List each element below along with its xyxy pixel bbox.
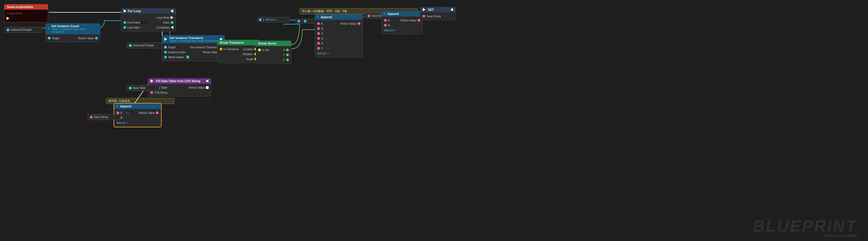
add-pin-1-right — [304, 20, 307, 23]
append-main-row-b: B — [315, 26, 363, 31]
append-bottom-return-pin — [156, 111, 159, 114]
instanced-people-middle-label: Instanced People — [133, 44, 154, 47]
for-loop-exec-in — [124, 9, 126, 13]
data-table-row: Data Table — [129, 87, 157, 90]
for-loop-row-last: Last Index Completed — [121, 25, 176, 30]
for-loop-exec-out — [170, 9, 173, 13]
append-d-label: D — [321, 37, 323, 40]
first-index-value[interactable]: 0 — [141, 21, 147, 25]
in-vec-label: In Vec — [262, 48, 270, 51]
set-save-string-pin — [423, 15, 425, 18]
get-instance-count-row-target: Target Return Value — [45, 36, 100, 41]
datatable-return-pin — [206, 86, 209, 89]
append-right-header: f Append — [381, 11, 423, 16]
instance-index-pin — [164, 51, 167, 54]
get-instance-transform-node: Get Instance Transform Target is Instanc… — [162, 35, 225, 61]
set-save-string-label: Save String — [427, 15, 441, 18]
in-vec-pin — [258, 48, 261, 51]
world-space-checkbox[interactable] — [186, 56, 189, 59]
append-right-b-label: B — [388, 24, 390, 27]
x-out-pin — [286, 48, 289, 51]
append-b-pin — [317, 27, 320, 30]
append-main-row-e: E — [315, 41, 363, 46]
for-loop-row-first: First Index 0 Index — [121, 20, 176, 25]
set-exec-out — [450, 8, 453, 11]
index-out-pin — [171, 21, 174, 24]
for-loop-body: Loop Body First Index 0 Index Last Index… — [121, 14, 176, 32]
append-main-row-f: F — [315, 46, 363, 51]
transform-return-label: Return Value — [203, 51, 218, 54]
append-e-pin — [317, 42, 320, 45]
instanced-people-middle: Instanced People — [126, 42, 165, 48]
csvstring-label: CSVString — [154, 91, 167, 94]
append-bottom-b-label: B — [121, 116, 123, 119]
int-1-value: 1 — [263, 18, 265, 21]
save-string-bottom-label: Save String — [94, 115, 108, 118]
get-instance-transform-header: Get Instance Transform Target is Instanc… — [162, 35, 225, 43]
int-1-pin — [259, 19, 262, 21]
append-bottom-title: Append — [120, 105, 131, 108]
append-right-row-a: A Return Value — [382, 18, 423, 23]
break-transform-body: In Transform Location Rotation Scale — [217, 45, 260, 63]
get-instance-count-header: f Get Instance Count Target is Instanced… — [45, 23, 100, 34]
first-index-pin — [123, 21, 126, 24]
in-transform-pin — [220, 48, 222, 50]
append-bottom-row-a: A ID,X,Y Return Value — [114, 110, 161, 115]
return-value-pin — [95, 37, 98, 39]
int-node-1: 1 Add pin + — [257, 17, 290, 22]
custom-event-title: SaveLocationData — [7, 5, 33, 8]
break-vector-header: Break Vector — [256, 41, 291, 46]
break-transform-header: Break Transform — [217, 40, 260, 45]
int-node-1-body: 1 Add pin + — [257, 17, 290, 22]
append-f-value[interactable] — [326, 48, 331, 49]
append-bottom-return-label: Return Value — [139, 111, 155, 114]
append-add-pin-label[interactable]: Add pin + — [317, 52, 329, 55]
target-label: Target — [52, 37, 59, 40]
append-f-label: F — [321, 47, 323, 50]
append-d-value[interactable] — [326, 38, 331, 39]
break-transform-node: Break Transform In Transform Location Ro… — [217, 40, 260, 63]
int-1-add[interactable]: Add pin + — [266, 18, 277, 21]
world-space-label: World Space — [168, 56, 184, 59]
append-right-body: A Return Value B Add pin + — [381, 16, 423, 34]
append-bottom-add-pin-label[interactable]: Add pin + — [117, 121, 128, 124]
in-transform-label: In Transform — [223, 48, 239, 51]
loop-body-exec-pin — [171, 16, 174, 19]
append-main-row-c: C — [315, 31, 363, 36]
instanced-people-middle-row: Instanced People — [129, 44, 162, 47]
instanced-people-body: Instanced People — [4, 27, 42, 33]
append-main-node: f Append A Return Value B C D — [315, 14, 363, 57]
set-node: SET Save String — [420, 7, 456, 20]
append-right-row-b: B — [382, 23, 423, 28]
watermark-sub: CSDN @达达的马踏营 — [824, 234, 857, 238]
break-vector-row-z: Z — [256, 57, 291, 62]
instanced-people-label: Instanced People — [10, 28, 32, 31]
write-data-comment-text: 写入每一行的数据：ID号，X值，Y值 — [302, 9, 347, 13]
target-in-pin — [48, 37, 51, 39]
set-body: Save String — [420, 12, 456, 20]
data-table-label: Data Table — [133, 87, 146, 90]
break-transform-row-scale: Scale — [217, 57, 259, 62]
append-b-label: B — [321, 27, 323, 30]
append-bottom-a-value[interactable]: ID,X,Y — [124, 111, 134, 115]
append-main-body: A Return Value B C D E F — [315, 20, 363, 57]
datatable-return-label: Return Value — [189, 86, 205, 89]
instanced-people-pin — [7, 29, 9, 31]
append-return-pin — [358, 22, 360, 25]
append-right-add-pin-label[interactable]: Add pin + — [384, 29, 396, 32]
save-string-bottom-pin — [90, 116, 93, 118]
instanced-people-row: Instanced People — [7, 28, 40, 31]
transform-row-instance: Instance Index Return Value — [162, 50, 224, 55]
data-table-label-node: Data Table — [126, 85, 159, 91]
data-table-body: Data Table — [126, 85, 159, 91]
instanced-people-middle-body: Instanced People — [126, 42, 165, 48]
exec-out-pin — [7, 17, 9, 20]
break-vector-row-in: In Vec X — [256, 47, 291, 53]
get-instance-count-title: Get Instance Count — [52, 25, 98, 28]
append-bottom-body: A ID,X,Y Return Value B Add pin + — [114, 109, 161, 127]
csvstring-pin — [150, 91, 153, 94]
for-loop-row-index: Loop Body — [121, 15, 176, 20]
custom-event-node: SaveLocationData Custom Event — [4, 4, 48, 23]
append-bottom-func-icon: f — [117, 105, 118, 108]
index-out-label: Index — [163, 21, 169, 24]
